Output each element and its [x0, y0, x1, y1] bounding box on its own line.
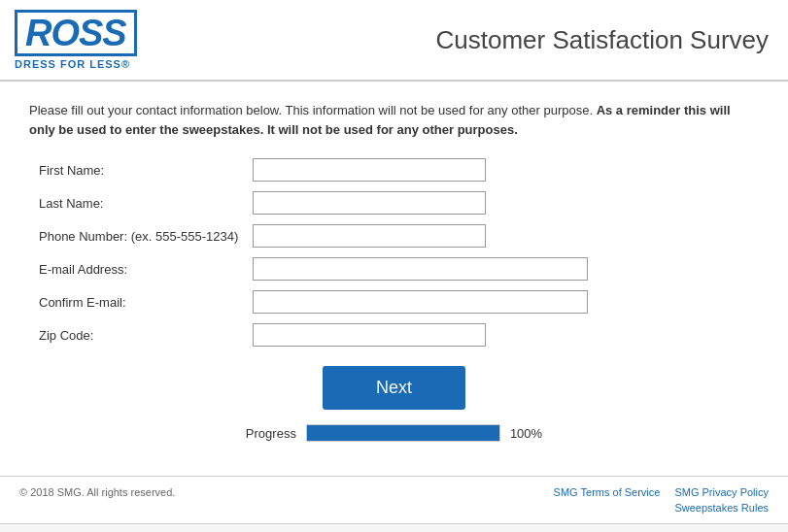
footer-links-row-1: SMG Terms of Service SMG Privacy Policy: [554, 486, 769, 498]
phone-input[interactable]: [253, 224, 486, 248]
last-name-label: Last Name:: [39, 196, 253, 211]
progress-label: Progress: [246, 426, 296, 441]
zip-label: Zip Code:: [39, 328, 253, 343]
first-name-label: First Name:: [39, 163, 253, 178]
confirm-email-input[interactable]: [253, 290, 588, 314]
footer-links-row-2: Sweepstakes Rules: [674, 502, 769, 514]
footer-links: SMG Terms of Service SMG Privacy Policy …: [554, 486, 769, 514]
logo-tagline: DRESS FOR LESS®: [15, 58, 130, 70]
button-container: Next: [29, 366, 759, 410]
sweepstakes-rules-link[interactable]: Sweepstakes Rules: [674, 502, 769, 514]
next-button[interactable]: Next: [323, 366, 465, 410]
smg-terms-link[interactable]: SMG Terms of Service: [554, 486, 661, 498]
main-content: Please fill out your contact information…: [0, 82, 788, 471]
email-row: E-mail Address:: [39, 257, 759, 281]
zip-row: Zip Code:: [39, 323, 759, 347]
phone-row: Phone Number: (ex. 555-555-1234): [39, 224, 759, 248]
progress-bar-fill: [307, 425, 499, 441]
contact-form: First Name: Last Name: Phone Number: (ex…: [39, 158, 759, 347]
first-name-row: First Name:: [39, 158, 759, 182]
footer-bottom: Ross Privacy Statement: [0, 524, 788, 532]
email-input[interactable]: [253, 257, 588, 281]
last-name-input[interactable]: [253, 191, 486, 215]
footer-copyright: © 2018 SMG. All rights reserved.: [19, 486, 175, 498]
page-title: Customer Satisfaction Survey: [436, 25, 769, 55]
intro-text: Please fill out your contact information…: [29, 101, 759, 139]
zip-input[interactable]: [253, 323, 486, 347]
footer-main: © 2018 SMG. All rights reserved. SMG Ter…: [0, 477, 788, 524]
email-label: E-mail Address:: [39, 262, 253, 277]
smg-privacy-link[interactable]: SMG Privacy Policy: [674, 486, 769, 498]
progress-container: Progress 100%: [29, 424, 759, 442]
header: ROSS DRESS FOR LESS® Customer Satisfacti…: [0, 0, 788, 82]
logo-ross: ROSS: [15, 10, 137, 56]
last-name-row: Last Name:: [39, 191, 759, 215]
progress-percent: 100%: [510, 426, 542, 441]
logo-container: ROSS DRESS FOR LESS®: [15, 10, 137, 70]
confirm-email-label: Confirm E-mail:: [39, 295, 253, 310]
intro-normal: Please fill out your contact information…: [29, 103, 597, 117]
first-name-input[interactable]: [253, 158, 486, 182]
confirm-email-row: Confirm E-mail:: [39, 290, 759, 314]
phone-label: Phone Number: (ex. 555-555-1234): [39, 229, 253, 244]
progress-bar: [306, 424, 500, 442]
